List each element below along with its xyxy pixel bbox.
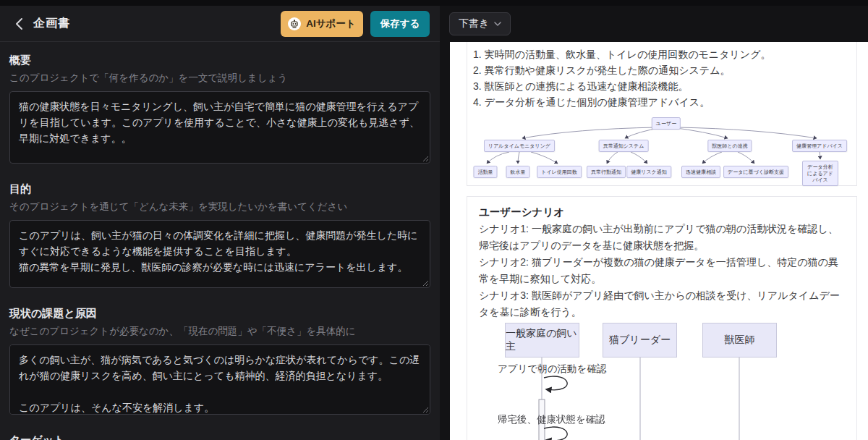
sequence-diagram: 一般家庭の飼い主 猫ブリーダー 獣医師 アプリで朝の活動を確認 帰宅後、健康状態… xyxy=(479,323,845,440)
form-section-target: ターゲット 使う人は誰で、その人たちはどんな悩みやニーズを持っているかも意識しま… xyxy=(9,433,430,440)
chevron-down-icon xyxy=(494,22,501,26)
editor-panel: 企画書 AIサポート xyxy=(0,6,440,440)
self-loop-arrow xyxy=(544,427,567,440)
preview-panel: 下書き 1. 実時間の活動量、飲水量、トイレの使用回数のモニタリング。 2. 異… xyxy=(440,6,868,440)
list-item: 4. データ分析を通じた個別の健康管理アドバイス。 xyxy=(473,94,851,110)
robot-icon xyxy=(288,17,301,30)
draft-status-dropdown[interactable]: 下書き xyxy=(449,12,511,35)
scenario-card: ユーザーシナリオ シナリオ1: 一般家庭の飼い主が出勤前にアプリで猫の朝の活動状… xyxy=(467,196,857,440)
features-list: 1. 実時間の活動量、飲水量、トイレの使用回数のモニタリング。 2. 異常行動や… xyxy=(467,42,856,111)
purpose-textarea[interactable]: このアプリは、飼い主が猫の日々の体調変化を詳細に把握し、健康問題が発生した時にす… xyxy=(9,220,430,288)
section-label: 現状の課題と原因 xyxy=(9,307,430,321)
user-scenario-heading: ユーザーシナリオ xyxy=(479,204,845,221)
list-item: 2. 異常行動や健康リスクが発生した際の通知システム。 xyxy=(473,62,851,78)
ai-support-button[interactable]: AIサポート xyxy=(281,11,363,37)
scenario-line: シナリオ1: 一般家庭の飼い主が出勤前にアプリで猫の朝の活動状況を確認し、帰宅後… xyxy=(479,221,845,254)
draft-status-label: 下書き xyxy=(459,17,489,30)
section-label: 概要 xyxy=(9,54,430,67)
message-label: 帰宅後、健康状態を確認 xyxy=(498,413,605,426)
scenario-line: シナリオ3: 獣医師がアプリ経由で飼い主からの相談を受け、リアルタイムデータを基… xyxy=(479,287,845,321)
flow-node-vet-link: 獣医師との連携 xyxy=(707,140,752,152)
editor-header: 企画書 AIサポート xyxy=(0,6,440,42)
section-hint: なぜこのプロジェクトが必要なのか、「現在の問題」や「不便さ」を具体的に xyxy=(9,325,430,338)
flow-node-data-diagnosis: データに基づく診断支援 xyxy=(723,166,788,178)
window-top-strip xyxy=(0,0,868,6)
section-hint: そのプロジェクトを通じて「どんな未来」を実現したいかを書いてください xyxy=(9,200,430,213)
ai-support-label: AIサポート xyxy=(306,17,355,30)
overview-textarea[interactable]: 猫の健康状態を日々モニタリングし、飼い主が自宅で簡単に猫の健康管理を行えるアプリ… xyxy=(9,91,430,164)
proposal-form: 概要 このプロジェクトで「何を作るのか」を一文で説明しましょう 猫の健康状態を日… xyxy=(0,42,440,440)
page-title: 企画書 xyxy=(33,16,70,31)
back-button[interactable] xyxy=(10,15,27,33)
list-item: 1. 実時間の活動量、飲水量、トイレの使用回数のモニタリング。 xyxy=(473,46,851,62)
self-loop-arrow xyxy=(544,376,567,390)
section-label: ターゲット xyxy=(9,433,430,440)
save-button[interactable]: 保存する xyxy=(370,11,430,37)
section-hint: このプロジェクトで「何を作るのか」を一文で説明しましょう xyxy=(9,72,430,85)
flow-node-quick-consult: 迅速健康相談 xyxy=(681,166,720,178)
section-label: 目的 xyxy=(9,182,430,196)
flow-node-health-advice: 健康管理アドバイス xyxy=(792,140,847,152)
main-split: 企画書 AIサポート xyxy=(0,6,868,440)
actor-box-breeder: 猫ブリーダー xyxy=(603,323,677,358)
flow-node-monitoring: リアルタイムモニタリング xyxy=(484,140,555,152)
preview-toolbar: 下書き xyxy=(440,6,868,42)
flow-node-activity: 活動量 xyxy=(474,166,498,178)
actor-box-owner: 一般家庭の飼い主 xyxy=(505,323,579,358)
form-section-overview: 概要 このプロジェクトで「何を作るのか」を一文で説明しましょう 猫の健康状態を日… xyxy=(9,54,430,164)
flow-node-alert-system: 異常通知システム xyxy=(599,140,649,152)
flow-node-data-advice: データ分析によるアドバイス xyxy=(802,161,838,186)
card-gap xyxy=(450,186,868,196)
flow-node-toilet: トイレ使用回数 xyxy=(537,166,582,178)
flow-node-user: ユーザー xyxy=(652,117,681,130)
form-section-purpose: 目的 そのプロジェクトを通じて「どんな未来」を実現したいかを書いてください この… xyxy=(9,182,430,288)
save-label: 保存する xyxy=(380,17,420,30)
feature-map-diagram: ユーザー リアルタイムモニタリング 異常通知システム 獣医師との連携 健康管理ア… xyxy=(467,113,856,185)
list-item: 3. 獣医師との連携による迅速な健康相談機能。 xyxy=(473,78,851,94)
actor-box-vet: 獣医師 xyxy=(702,323,777,358)
preview-document: 1. 実時間の活動量、飲水量、トイレの使用回数のモニタリング。 2. 異常行動や… xyxy=(450,42,868,440)
app-window: 企画書 AIサポート xyxy=(0,0,868,440)
message-label: アプリで朝の活動を確認 xyxy=(498,363,606,376)
flow-node-water: 飲水量 xyxy=(506,166,530,178)
features-card: 1. 実時間の活動量、飲水量、トイレの使用回数のモニタリング。 2. 異常行動や… xyxy=(467,42,857,186)
back-chevron-icon xyxy=(15,17,23,30)
form-section-problem: 現状の課題と原因 なぜこのプロジェクトが必要なのか、「現在の問題」や「不便さ」を… xyxy=(9,307,430,415)
scenario-line: シナリオ2: 猫ブリーダーが複数の猫の健康データを一括管理し、特定の猫の異常を早… xyxy=(479,254,845,287)
flow-node-risk-alert: 健康リスク通知 xyxy=(626,166,671,178)
problem-textarea[interactable]: 多くの飼い主が、猫が病気であると気づくのは明らかな症状が表れてからです。この遅れ… xyxy=(9,344,430,415)
flow-node-behavior-alert: 異常行動通知 xyxy=(587,166,626,178)
